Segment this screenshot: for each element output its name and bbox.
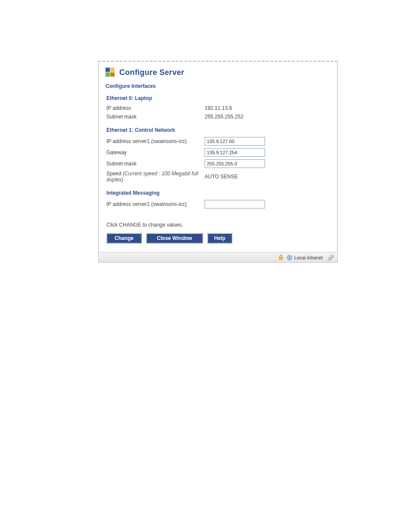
status-bar: Local intranet	[99, 252, 337, 262]
globe-icon	[286, 255, 293, 261]
group-ethernet-0: Ethernet 0: Laptop	[106, 95, 330, 101]
security-zone-text: Local intranet	[294, 255, 323, 260]
group-ethernet-1: Ethernet 1: Control Network	[106, 127, 330, 133]
eth1-speed-value: AUTO SENSE	[205, 169, 268, 184]
app-logo-icon	[106, 68, 115, 77]
title-row: Configure Server	[106, 68, 330, 77]
table-row: Subnet mask	[106, 158, 268, 169]
lock-icon	[278, 255, 284, 261]
security-zone: Local intranet	[286, 255, 323, 261]
im-ip-label: IP address server1 (swainsons-icc)	[106, 199, 205, 210]
eth1-ip-label: IP address server1 (swainsons-icc)	[106, 136, 205, 147]
eth1-table: IP address server1 (swainsons-icc) Gatew…	[106, 136, 268, 184]
eth0-mask-value: 255.255.255.252	[205, 112, 246, 121]
table-row: IP address server1 (swainsons-icc)	[106, 136, 268, 147]
svg-rect-0	[279, 257, 283, 260]
eth1-ip-input[interactable]	[205, 137, 265, 146]
im-table: IP address server1 (swainsons-icc)	[106, 199, 268, 210]
eth0-mask-label: Subnet mask	[106, 112, 205, 121]
eth0-ip-value: 192.11.13.6	[205, 104, 246, 112]
button-row: Change Close Window Help	[106, 233, 330, 243]
table-row: Speed (Current speed : 100 Megabit full …	[106, 169, 268, 184]
table-row: IP address 192.11.13.6	[106, 104, 246, 112]
eth1-gateway-input[interactable]	[205, 148, 265, 157]
eth1-mask-label: Subnet mask	[106, 158, 205, 169]
eth1-speed-label: Speed (Current speed : 100 Megabit full …	[106, 169, 205, 184]
configure-server-window: Configure Server Configure Interfaces Et…	[98, 61, 338, 263]
table-row: Subnet mask 255.255.255.252	[106, 112, 246, 121]
page-title: Configure Server	[119, 68, 184, 77]
eth0-table: IP address 192.11.13.6 Subnet mask 255.2…	[106, 104, 246, 121]
table-row: Gateway	[106, 147, 268, 158]
content-area: Configure Server Configure Interfaces Et…	[99, 62, 337, 252]
eth1-mask-input[interactable]	[205, 159, 265, 168]
table-row: IP address server1 (swainsons-icc)	[106, 199, 268, 210]
help-button[interactable]: Help	[207, 233, 232, 243]
eth0-ip-label: IP address	[106, 104, 205, 112]
instruction-text: Click CHANGE to change values.	[106, 222, 330, 228]
section-configure-interfaces: Configure Interfaces	[106, 83, 330, 89]
change-button[interactable]: Change	[106, 233, 142, 243]
resize-grip-icon[interactable]	[328, 255, 334, 261]
eth1-speed-label-text: Speed	[106, 171, 123, 177]
eth1-gateway-label: Gateway	[106, 147, 205, 158]
im-ip-input[interactable]	[205, 200, 265, 208]
close-window-button[interactable]: Close Window	[146, 233, 203, 243]
group-integrated-messaging: Integrated Messaging	[106, 190, 330, 196]
